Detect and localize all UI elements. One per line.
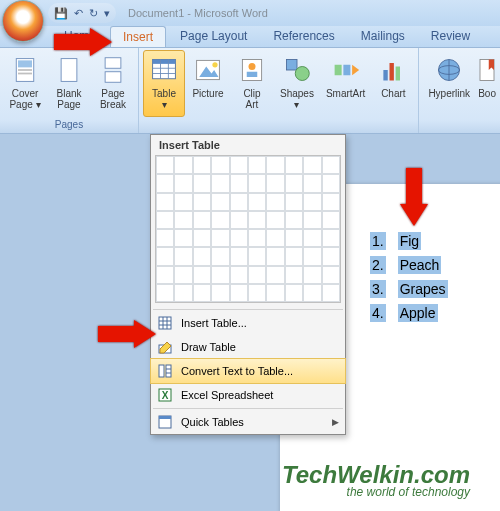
svg-point-17 (249, 63, 256, 70)
hyperlink-icon (433, 54, 465, 86)
menu-insert-table[interactable]: Insert Table... (151, 311, 345, 335)
svg-rect-26 (396, 67, 400, 81)
svg-marker-49 (400, 168, 428, 226)
chevron-down-icon: ▾ (294, 99, 299, 110)
clipart-button[interactable]: Clip Art (231, 50, 273, 117)
menu-draw-table[interactable]: Draw Table (151, 335, 345, 359)
svg-rect-4 (61, 59, 77, 82)
svg-point-20 (295, 67, 309, 81)
svg-rect-18 (247, 72, 258, 77)
svg-rect-8 (153, 60, 176, 64)
picture-button[interactable]: Picture (187, 50, 229, 117)
tab-references[interactable]: References (261, 26, 346, 47)
table-dropdown: Insert Table Insert Table... Draw Table … (150, 134, 346, 435)
page-break-button[interactable]: Page Break (92, 50, 134, 117)
cover-page-icon (9, 54, 41, 86)
blank-page-button[interactable]: Blank Page (48, 50, 90, 117)
smartart-icon (330, 54, 362, 86)
title-bar: 💾 ↶ ↻ ▾ Document1 - Microsoft Word (0, 0, 500, 26)
svg-rect-24 (384, 70, 388, 81)
bookmark-icon (477, 54, 497, 86)
group-links: Hyperlink Boo (419, 48, 500, 133)
svg-rect-19 (286, 60, 297, 71)
list-item: 2.Peach (370, 256, 448, 274)
save-icon[interactable]: 💾 (54, 7, 68, 20)
menu-convert-text-to-table[interactable]: Convert Text to Table... (151, 359, 345, 383)
shapes-icon (281, 54, 313, 86)
convert-icon (157, 363, 173, 379)
hyperlink-button[interactable]: Hyperlink (423, 50, 475, 117)
list-item: 1.Fig (370, 232, 448, 250)
table-grid-icon (157, 315, 173, 331)
menu-quick-tables[interactable]: Quick Tables ▶ (151, 410, 345, 434)
svg-rect-6 (105, 72, 121, 83)
tab-review[interactable]: Review (419, 26, 482, 47)
svg-rect-32 (159, 317, 171, 329)
list-item: 4.Apple (370, 304, 448, 322)
svg-rect-25 (390, 63, 394, 81)
svg-rect-39 (159, 365, 164, 377)
svg-text:X: X (162, 390, 169, 401)
document-title: Document1 - Microsoft Word (128, 7, 268, 19)
office-button[interactable] (2, 0, 44, 42)
tab-mailings[interactable]: Mailings (349, 26, 417, 47)
svg-rect-21 (334, 65, 341, 76)
pencil-icon (157, 339, 173, 355)
redo-icon[interactable]: ↻ (89, 7, 98, 20)
annotation-arrow-convert (98, 320, 158, 352)
quick-access-toolbar: 💾 ↶ ↻ ▾ (48, 3, 116, 23)
annotation-arrow-insert-tab (54, 28, 114, 60)
tab-page-layout[interactable]: Page Layout (168, 26, 259, 47)
excel-icon: X (157, 387, 173, 403)
group-label-illustrations (143, 117, 414, 133)
qat-dropdown-icon[interactable]: ▾ (104, 7, 110, 20)
svg-rect-46 (159, 416, 171, 419)
group-label-pages: Pages (4, 117, 134, 133)
tab-insert[interactable]: Insert (110, 26, 166, 47)
svg-rect-40 (166, 365, 171, 377)
cover-page-button[interactable]: Cover Page ▾ (4, 50, 46, 117)
svg-marker-48 (98, 320, 156, 348)
chevron-down-icon: ▾ (162, 99, 167, 110)
svg-rect-3 (18, 73, 32, 75)
annotation-arrow-selection (400, 168, 428, 232)
table-button[interactable]: Table ▾ (143, 50, 185, 117)
svg-rect-2 (18, 69, 32, 71)
menu-excel-spreadsheet[interactable]: X Excel Spreadsheet (151, 383, 345, 407)
ribbon: Cover Page ▾ Blank Page Page Break Pages… (0, 48, 500, 134)
svg-point-15 (212, 62, 217, 67)
picture-icon (192, 54, 224, 86)
quick-tables-icon (157, 414, 173, 430)
svg-marker-23 (352, 65, 359, 76)
group-illustrations: Table ▾ Picture Clip Art Shapes ▾ SmartA… (139, 48, 419, 133)
bookmark-button[interactable]: Boo (477, 50, 497, 117)
undo-icon[interactable]: ↶ (74, 7, 83, 20)
dropdown-title: Insert Table (151, 135, 345, 155)
submenu-arrow-icon: ▶ (332, 417, 339, 427)
chart-button[interactable]: Chart (372, 50, 414, 117)
clipart-icon (236, 54, 268, 86)
chart-icon (377, 54, 409, 86)
svg-marker-47 (54, 28, 112, 56)
watermark: TechWelkin.com the world of technology (282, 461, 470, 499)
smartart-button[interactable]: SmartArt (321, 50, 370, 117)
group-pages: Cover Page ▾ Blank Page Page Break Pages (0, 48, 139, 133)
shapes-button[interactable]: Shapes ▾ (275, 50, 319, 117)
svg-rect-1 (18, 60, 32, 67)
list-item: 3.Grapes (370, 280, 448, 298)
table-size-grid[interactable] (155, 155, 341, 303)
svg-rect-22 (343, 65, 350, 76)
selected-text[interactable]: 1.Fig 2.Peach 3.Grapes 4.Apple (370, 232, 448, 322)
table-icon (148, 54, 180, 86)
